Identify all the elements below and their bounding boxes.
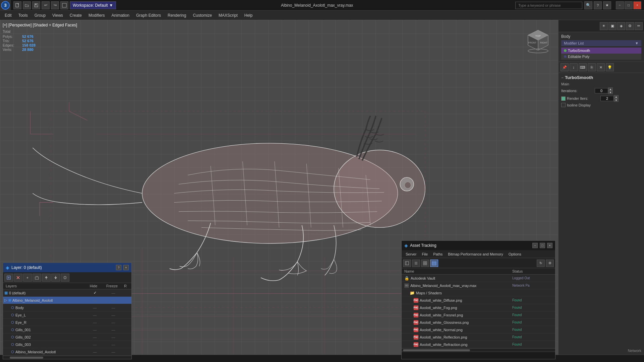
at-row[interactable]: PNC Axolotl_white_Fog.png Found	[402, 304, 555, 311]
at-row[interactable]: PNC Axolotl_white_Diffuse.png Found	[402, 297, 555, 304]
menu-customize[interactable]: Customize	[189, 12, 215, 19]
ts-render-check[interactable]	[561, 96, 566, 101]
at-btn-3[interactable]	[421, 260, 429, 267]
layers-move-down-btn[interactable]	[51, 274, 60, 282]
layer-row[interactable]: ⬡ Gills_002 — —	[3, 334, 131, 341]
undo-btn[interactable]: ↩	[42, 1, 50, 9]
ts-iterations-spinner[interactable]: ▲ ▼	[595, 87, 613, 94]
layers-move-up-btn[interactable]	[42, 274, 51, 282]
layer-row[interactable]: ⬡ Body — —	[3, 304, 131, 311]
menu-rendering[interactable]: Rendering	[164, 12, 189, 19]
at-refresh-btn[interactable]: ↻	[537, 260, 545, 267]
layers-new-btn[interactable]	[4, 274, 13, 282]
menu-tools[interactable]: Tools	[15, 12, 31, 19]
new-btn[interactable]	[13, 1, 21, 9]
enabled-btn[interactable]: 💡	[606, 63, 614, 71]
at-row[interactable]: PNC Axolotl_white_Reflection.png Found	[402, 334, 555, 341]
at-menu-server[interactable]: Server	[403, 251, 419, 257]
ts-iter-down[interactable]: ▼	[608, 91, 613, 94]
ts-render-iters-spinner[interactable]: ▲ ▼	[600, 95, 619, 102]
rp-setting-btn[interactable]: ⚙	[626, 22, 634, 30]
ts-isoline-checkbox[interactable]	[561, 103, 566, 107]
layer-row[interactable]: ⬡ Gills_001 — —	[3, 326, 131, 334]
modifier-list-selector[interactable]: Modifier List ▼	[561, 40, 641, 46]
at-row[interactable]: 📁 Maps / Shaders	[402, 289, 555, 297]
menu-help[interactable]: Help	[241, 12, 256, 19]
star-btn[interactable]: ★	[603, 1, 611, 9]
search-input[interactable]	[515, 2, 582, 9]
layers-scrollbar[interactable]	[3, 356, 131, 359]
layers-help-btn[interactable]: ?	[116, 265, 121, 270]
pin-btn[interactable]: 📌	[561, 63, 569, 71]
at-btn-1[interactable]	[403, 260, 411, 267]
rp-env-btn[interactable]: ◈	[617, 22, 625, 30]
render-btn[interactable]	[60, 1, 68, 9]
at-menu-paths[interactable]: Paths	[430, 251, 445, 257]
search-btn[interactable]: 🔍	[584, 1, 592, 9]
ts-render-iters-input[interactable]	[600, 96, 614, 101]
rp-sun-btn[interactable]: ☀	[600, 22, 608, 30]
layer-row[interactable]: ⬡ Gills_003 — —	[3, 341, 131, 348]
redo-btn[interactable]: ↪	[51, 1, 59, 9]
ts-riter-down[interactable]: ▼	[614, 98, 619, 102]
menu-graph-editors[interactable]: Graph Editors	[133, 12, 164, 19]
at-menu-bitmap[interactable]: Bitmap Performance and Memory	[445, 251, 506, 257]
at-settings-btn[interactable]: ⚙	[546, 260, 554, 267]
at-row[interactable]: 3D Albino_Melanoid_Axolotl_max_vray.max …	[402, 282, 555, 289]
at-btn-4[interactable]	[430, 260, 438, 267]
ts-collapse-btn[interactable]: −	[561, 75, 564, 80]
ts-render-iters-checkbox[interactable]	[561, 96, 566, 101]
at-row[interactable]: PNC Axolotl_white_Normal.png Found	[402, 326, 555, 334]
layers-close-btn[interactable]: ×	[123, 265, 129, 270]
workspace-selector[interactable]: Workspace: Default ▼	[70, 1, 116, 9]
at-content[interactable]: 🔒 Autodesk Vault Logged Out 3D Albino_Me…	[402, 275, 555, 348]
delete-btn[interactable]: ✕	[597, 63, 605, 71]
paste-btn[interactable]: ⎘	[588, 63, 596, 71]
at-menu-file[interactable]: File	[419, 251, 430, 257]
rp-render-btn[interactable]: ▣	[608, 22, 617, 30]
ts-riter-up[interactable]: ▲	[614, 95, 619, 98]
modifier-editable-poly[interactable]: Editable Poly	[561, 54, 641, 60]
at-maximize-btn[interactable]: □	[540, 243, 545, 248]
menu-modifiers[interactable]: Modifiers	[85, 12, 108, 19]
menu-group[interactable]: Group	[31, 12, 49, 19]
close-btn[interactable]: ×	[633, 1, 641, 9]
layer-row[interactable]: ⬡ Eye_R — —	[3, 319, 131, 326]
layers-merge-btn[interactable]	[61, 274, 69, 282]
minimize-btn[interactable]: −	[616, 1, 624, 9]
at-row[interactable]: PNC Axolotl_white_Fresnel.png Found	[402, 311, 555, 319]
layers-add-btn[interactable]: +	[23, 274, 32, 282]
layer-row[interactable]: ▷⊞ Albino_Melanoid_Axolotl — —	[3, 297, 131, 304]
at-scrollbar[interactable]	[402, 348, 555, 352]
layer-row[interactable]: ⬡ Eye_L — —	[3, 311, 131, 319]
layers-scroll-thumb[interactable]	[10, 357, 43, 359]
at-menu-options[interactable]: Options	[506, 251, 524, 257]
rp-utility-btn[interactable]: ✏	[635, 22, 643, 30]
maximize-btn[interactable]: □	[625, 1, 633, 9]
at-btn-2[interactable]	[412, 260, 420, 267]
at-row[interactable]: PNC Axolotl_white_Glossiness.png Found	[402, 319, 555, 326]
modifier-turbosmooth[interactable]: TurboSmooth	[561, 48, 641, 54]
copy-btn[interactable]: ⌨	[579, 63, 587, 71]
move-btn[interactable]: ↕	[570, 63, 578, 71]
open-btn[interactable]	[23, 1, 31, 9]
save-btn[interactable]	[32, 1, 40, 9]
at-row[interactable]: 🔒 Autodesk Vault Logged Out	[402, 275, 555, 282]
menu-animation[interactable]: Animation	[108, 12, 133, 19]
layers-content[interactable]: ▦ 0 (default) ✓ — ▷⊞ Albino_Melanoid_Axo…	[3, 289, 131, 356]
help-btn[interactable]: ?	[594, 1, 602, 9]
navigation-cube[interactable]: TOP RIGHT FRONT	[525, 27, 551, 54]
at-minimize-btn[interactable]: −	[532, 243, 538, 248]
ts-iterations-input[interactable]	[595, 88, 608, 93]
ts-isoline-check[interactable]	[561, 103, 566, 107]
layers-delete-btn[interactable]	[14, 274, 22, 282]
menu-edit[interactable]: Edit	[1, 12, 15, 19]
at-row[interactable]: PNC Axolotl_white_Refraction.png Found	[402, 341, 555, 348]
menu-create[interactable]: Create	[66, 12, 85, 19]
at-close-btn[interactable]: ×	[547, 243, 552, 248]
layer-row[interactable]: ▦ 0 (default) ✓ —	[3, 289, 131, 297]
ts-iter-up[interactable]: ▲	[608, 87, 613, 91]
menu-maxscript[interactable]: MAXScript	[215, 12, 241, 19]
at-scroll-thumb[interactable]	[403, 349, 470, 351]
layer-row[interactable]: ⬡ Albino_Melanoid_Axolotl — —	[3, 348, 131, 356]
